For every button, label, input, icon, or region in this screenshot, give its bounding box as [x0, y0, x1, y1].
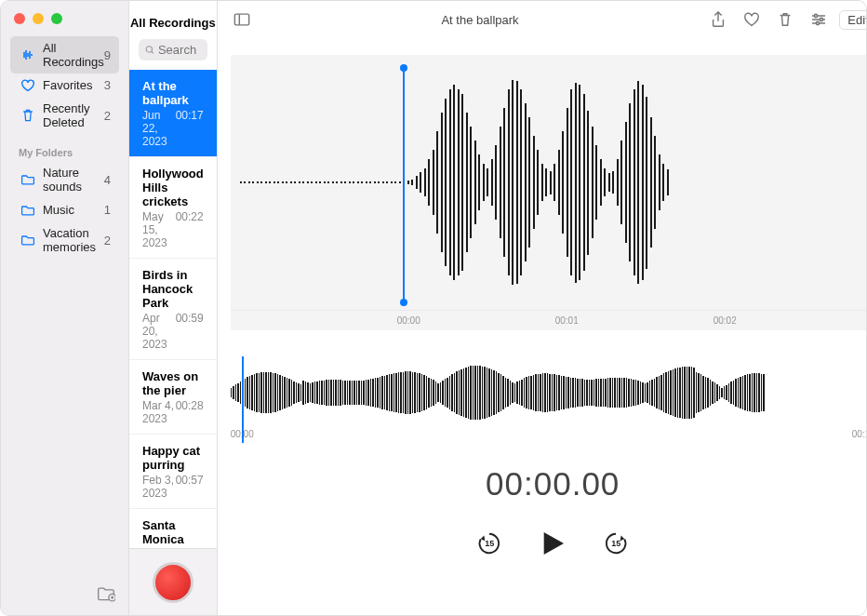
- share-icon: [710, 11, 727, 28]
- my-folders-header: My Folders: [10, 134, 119, 161]
- playback-controls: 15 15: [218, 529, 867, 558]
- search-input[interactable]: [158, 43, 201, 57]
- share-button[interactable]: [705, 8, 731, 31]
- overview-timeline: 00:00 00:17: [231, 429, 867, 439]
- record-footer: [129, 548, 217, 615]
- folder-icon: [19, 204, 37, 217]
- recording-item-title: Waves on the pier: [142, 369, 204, 397]
- svg-point-4: [820, 18, 823, 20]
- recording-item-duration: 00:22: [176, 210, 204, 249]
- options-button[interactable]: [806, 8, 832, 31]
- skip-forward-button[interactable]: 15: [603, 530, 629, 556]
- time-display: 00:00.00: [218, 465, 867, 502]
- favorite-button[interactable]: [739, 8, 765, 31]
- recording-item-date: Jun 22, 2023: [142, 109, 176, 148]
- sidebar: All Recordings9Favorites3Recently Delete…: [1, 1, 129, 615]
- recording-item-duration: 00:28: [176, 399, 204, 425]
- heart-icon: [743, 11, 760, 28]
- recording-item[interactable]: Santa Monica BeachJan 24, 202302:12: [129, 509, 217, 548]
- waveform-zoom-view[interactable]: 00:00 00:01 00:02: [231, 55, 867, 330]
- svg-point-1: [146, 47, 152, 52]
- minimize-window-button[interactable]: [33, 13, 44, 24]
- recordings-panel: All Recordings At the ballparkJun 22, 20…: [129, 1, 218, 615]
- play-icon: [538, 529, 567, 558]
- folder-icon: [19, 173, 37, 186]
- close-window-button[interactable]: [14, 13, 25, 24]
- sidebar-list: All Recordings9Favorites3Recently Delete…: [1, 33, 128, 576]
- svg-point-3: [815, 14, 818, 17]
- recording-item[interactable]: Birds in Hancock ParkApr 20, 202300:59: [129, 259, 217, 360]
- recording-item[interactable]: Waves on the pierMar 4, 202300:28: [129, 360, 217, 435]
- recording-item-date: Apr 20, 2023: [142, 312, 176, 351]
- recording-item-date: May 15, 2023: [142, 210, 176, 249]
- new-folder-button[interactable]: [97, 585, 115, 606]
- trash-icon: [777, 11, 794, 28]
- recording-item-title: Happy cat purring: [142, 444, 204, 472]
- recording-item[interactable]: Happy cat purringFeb 3, 202300:57: [129, 435, 217, 509]
- recordings-header: All Recordings: [129, 1, 217, 39]
- skip-back-button[interactable]: 15: [476, 530, 502, 556]
- folder-icon: [19, 234, 37, 247]
- play-button[interactable]: [538, 529, 567, 558]
- playhead[interactable]: [403, 68, 405, 302]
- delete-button[interactable]: [772, 8, 798, 31]
- record-button[interactable]: [153, 562, 193, 603]
- sidebar-folder-vacation-memories[interactable]: Vacation memories2: [10, 221, 119, 259]
- recording-item-duration: 00:57: [176, 474, 204, 500]
- overview-playhead[interactable]: [242, 356, 245, 443]
- trash-icon: [19, 108, 37, 123]
- recording-item-date: Mar 4, 2023: [142, 399, 176, 425]
- svg-point-5: [817, 21, 820, 24]
- recording-item-title: At the ballpark: [142, 79, 204, 107]
- sidebar-item-favorites[interactable]: Favorites3: [10, 74, 119, 97]
- window-controls: [1, 1, 128, 33]
- sidebar-folder-nature-sounds[interactable]: Nature sounds4: [10, 161, 119, 198]
- recording-item[interactable]: At the ballparkJun 22, 202300:17: [129, 70, 217, 157]
- sidebar-folder-music[interactable]: Music1: [10, 198, 119, 221]
- sidebar-item-all-recordings[interactable]: All Recordings9: [10, 36, 119, 74]
- waveform-overview[interactable]: 00:00 00:17: [231, 360, 867, 439]
- recordings-list: At the ballparkJun 22, 202300:17Hollywoo…: [129, 70, 217, 548]
- recording-item-title: Birds in Hancock Park: [142, 268, 204, 310]
- recording-item-title: Santa Monica Beach: [142, 518, 204, 548]
- waveform-icon: [19, 48, 37, 61]
- recording-title: At the ballpark: [255, 13, 706, 27]
- sliders-icon: [810, 11, 827, 28]
- recording-item-duration: 00:59: [176, 312, 204, 351]
- zoom-timeline: 00:00 00:01 00:02: [231, 310, 867, 330]
- recording-item-title: Hollywood Hills crickets: [142, 167, 204, 208]
- sidebar-item-recently-deleted[interactable]: Recently Deleted2: [10, 97, 119, 134]
- toolbar: At the ballpark Edit: [218, 1, 867, 38]
- detail-panel: At the ballpark Edit: [218, 1, 867, 615]
- toggle-sidebar-button[interactable]: [229, 8, 255, 31]
- heart-icon: [19, 79, 37, 92]
- recording-item[interactable]: Hollywood Hills cricketsMay 15, 202300:2…: [129, 157, 217, 259]
- recording-item-duration: 00:17: [176, 109, 204, 148]
- search-field[interactable]: [139, 39, 207, 60]
- maximize-window-button[interactable]: [51, 13, 62, 24]
- svg-rect-2: [234, 14, 248, 25]
- search-icon: [145, 44, 154, 56]
- edit-button[interactable]: Edit: [839, 10, 867, 30]
- recording-item-date: Feb 3, 2023: [142, 474, 176, 500]
